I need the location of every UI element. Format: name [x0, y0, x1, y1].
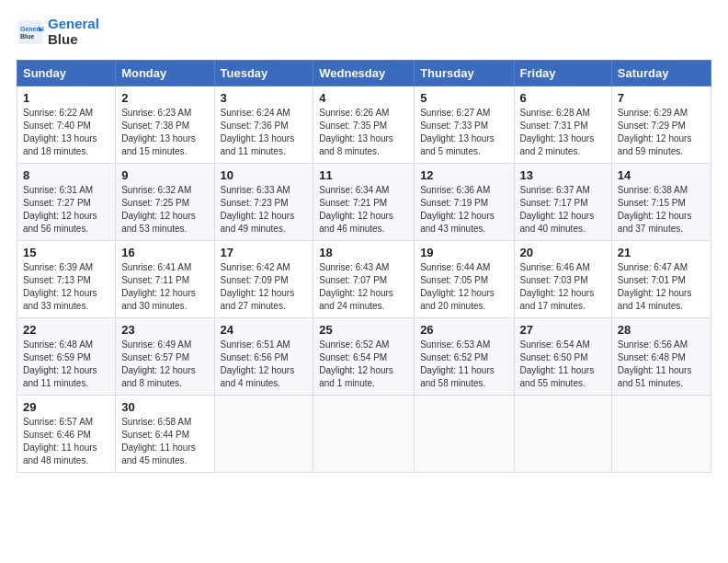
day-number: 25 — [319, 323, 408, 337]
day-info: Sunrise: 6:36 AMSunset: 7:19 PMDaylight:… — [420, 184, 507, 236]
calendar-cell: 10Sunrise: 6:33 AMSunset: 7:23 PMDayligh… — [214, 164, 313, 241]
day-info: Sunrise: 6:23 AMSunset: 7:38 PMDaylight:… — [121, 107, 208, 158]
day-number: 1 — [23, 91, 109, 105]
calendar-cell — [514, 396, 611, 473]
day-number: 11 — [319, 168, 408, 182]
day-number: 15 — [23, 246, 109, 259]
day-info: Sunrise: 6:27 AMSunset: 7:33 PMDaylight:… — [420, 107, 507, 158]
svg-text:Blue: Blue — [20, 33, 34, 40]
day-number: 20 — [520, 246, 606, 259]
calendar-cell: 21Sunrise: 6:47 AMSunset: 7:01 PMDayligh… — [611, 241, 711, 318]
day-number: 4 — [319, 91, 408, 105]
day-info: Sunrise: 6:29 AMSunset: 7:29 PMDaylight:… — [618, 107, 705, 158]
calendar-cell: 15Sunrise: 6:39 AMSunset: 7:13 PMDayligh… — [17, 241, 116, 318]
day-header-thursday: Thursday — [415, 61, 514, 86]
page: General Blue General Blue SundayMondayTu… — [0, 0, 728, 563]
day-number: 22 — [23, 323, 109, 337]
day-number: 27 — [520, 323, 606, 337]
day-header-wednesday: Wednesday — [313, 61, 415, 86]
day-info: Sunrise: 6:48 AMSunset: 6:59 PMDaylight:… — [23, 339, 109, 390]
day-info: Sunrise: 6:51 AMSunset: 6:56 PMDaylight:… — [221, 339, 308, 390]
calendar-cell: 3Sunrise: 6:24 AMSunset: 7:36 PMDaylight… — [214, 86, 313, 164]
calendar-week-row: 8Sunrise: 6:31 AMSunset: 7:27 PMDaylight… — [17, 164, 711, 241]
calendar-cell: 13Sunrise: 6:37 AMSunset: 7:17 PMDayligh… — [514, 164, 611, 241]
calendar-cell: 25Sunrise: 6:52 AMSunset: 6:54 PMDayligh… — [313, 318, 415, 396]
calendar-cell: 7Sunrise: 6:29 AMSunset: 7:29 PMDaylight… — [611, 86, 711, 164]
day-number: 21 — [618, 246, 705, 259]
day-number: 8 — [23, 168, 109, 182]
calendar-cell: 14Sunrise: 6:38 AMSunset: 7:15 PMDayligh… — [611, 164, 711, 241]
calendar-cell: 9Sunrise: 6:32 AMSunset: 7:25 PMDaylight… — [116, 164, 214, 241]
day-info: Sunrise: 6:54 AMSunset: 6:50 PMDaylight:… — [520, 339, 606, 390]
day-info: Sunrise: 6:37 AMSunset: 7:17 PMDaylight:… — [520, 184, 606, 236]
day-number: 28 — [618, 323, 705, 337]
calendar-cell: 5Sunrise: 6:27 AMSunset: 7:33 PMDaylight… — [415, 86, 514, 164]
day-number: 14 — [618, 168, 705, 182]
calendar-cell: 29Sunrise: 6:57 AMSunset: 6:46 PMDayligh… — [17, 396, 116, 473]
calendar-cell — [214, 396, 313, 473]
calendar-cell: 28Sunrise: 6:56 AMSunset: 6:48 PMDayligh… — [611, 318, 711, 396]
day-info: Sunrise: 6:38 AMSunset: 7:15 PMDaylight:… — [618, 184, 705, 236]
day-number: 9 — [121, 168, 208, 182]
calendar-cell: 30Sunrise: 6:58 AMSunset: 6:44 PMDayligh… — [116, 396, 214, 473]
calendar-header-row: SundayMondayTuesdayWednesdayThursdayFrid… — [17, 61, 711, 86]
day-number: 3 — [221, 91, 308, 105]
day-info: Sunrise: 6:33 AMSunset: 7:23 PMDaylight:… — [221, 184, 308, 236]
day-info: Sunrise: 6:34 AMSunset: 7:21 PMDaylight:… — [319, 184, 408, 236]
calendar-cell: 24Sunrise: 6:51 AMSunset: 6:56 PMDayligh… — [214, 318, 313, 396]
day-info: Sunrise: 6:41 AMSunset: 7:11 PMDaylight:… — [121, 261, 208, 313]
day-number: 26 — [420, 323, 507, 337]
day-info: Sunrise: 6:31 AMSunset: 7:27 PMDaylight:… — [23, 184, 109, 236]
calendar-cell: 8Sunrise: 6:31 AMSunset: 7:27 PMDaylight… — [17, 164, 116, 241]
calendar-cell: 18Sunrise: 6:43 AMSunset: 7:07 PMDayligh… — [313, 241, 415, 318]
calendar-cell: 11Sunrise: 6:34 AMSunset: 7:21 PMDayligh… — [313, 164, 415, 241]
day-info: Sunrise: 6:49 AMSunset: 6:57 PMDaylight:… — [121, 339, 208, 390]
day-number: 2 — [121, 91, 208, 105]
day-info: Sunrise: 6:22 AMSunset: 7:40 PMDaylight:… — [23, 107, 109, 158]
calendar-cell — [313, 396, 415, 473]
day-number: 29 — [23, 400, 109, 414]
day-number: 17 — [221, 246, 308, 259]
day-header-saturday: Saturday — [611, 61, 711, 86]
calendar-cell: 4Sunrise: 6:26 AMSunset: 7:35 PMDaylight… — [313, 86, 415, 164]
day-number: 30 — [121, 400, 208, 414]
day-number: 23 — [121, 323, 208, 337]
day-info: Sunrise: 6:32 AMSunset: 7:25 PMDaylight:… — [121, 184, 208, 236]
day-info: Sunrise: 6:28 AMSunset: 7:31 PMDaylight:… — [520, 107, 606, 158]
calendar-table: SundayMondayTuesdayWednesdayThursdayFrid… — [17, 60, 711, 473]
day-number: 13 — [520, 168, 606, 182]
calendar-cell — [415, 396, 514, 473]
day-info: Sunrise: 6:24 AMSunset: 7:36 PMDaylight:… — [221, 107, 308, 158]
calendar-cell: 1Sunrise: 6:22 AMSunset: 7:40 PMDaylight… — [17, 86, 116, 164]
day-info: Sunrise: 6:52 AMSunset: 6:54 PMDaylight:… — [319, 339, 408, 390]
calendar-week-row: 22Sunrise: 6:48 AMSunset: 6:59 PMDayligh… — [17, 318, 711, 396]
day-info: Sunrise: 6:57 AMSunset: 6:46 PMDaylight:… — [23, 416, 109, 467]
calendar-cell: 26Sunrise: 6:53 AMSunset: 6:52 PMDayligh… — [415, 318, 514, 396]
day-info: Sunrise: 6:58 AMSunset: 6:44 PMDaylight:… — [121, 416, 208, 467]
day-number: 10 — [221, 168, 308, 182]
day-info: Sunrise: 6:46 AMSunset: 7:03 PMDaylight:… — [520, 261, 606, 313]
day-info: Sunrise: 6:56 AMSunset: 6:48 PMDaylight:… — [618, 339, 705, 390]
calendar-week-row: 15Sunrise: 6:39 AMSunset: 7:13 PMDayligh… — [17, 241, 711, 318]
day-info: Sunrise: 6:39 AMSunset: 7:13 PMDaylight:… — [23, 261, 109, 313]
day-number: 24 — [221, 323, 308, 337]
calendar-cell: 23Sunrise: 6:49 AMSunset: 6:57 PMDayligh… — [116, 318, 214, 396]
logo: General Blue General Blue — [17, 17, 99, 47]
calendar-week-row: 1Sunrise: 6:22 AMSunset: 7:40 PMDaylight… — [17, 86, 711, 164]
svg-rect-0 — [18, 20, 42, 44]
calendar-cell: 6Sunrise: 6:28 AMSunset: 7:31 PMDaylight… — [514, 86, 611, 164]
calendar-cell: 27Sunrise: 6:54 AMSunset: 6:50 PMDayligh… — [514, 318, 611, 396]
day-number: 5 — [420, 91, 507, 105]
day-header-monday: Monday — [116, 61, 214, 86]
day-number: 19 — [420, 246, 507, 259]
calendar-cell: 20Sunrise: 6:46 AMSunset: 7:03 PMDayligh… — [514, 241, 611, 318]
day-info: Sunrise: 6:44 AMSunset: 7:05 PMDaylight:… — [420, 261, 507, 313]
day-number: 12 — [420, 168, 507, 182]
calendar-week-row: 29Sunrise: 6:57 AMSunset: 6:46 PMDayligh… — [17, 396, 711, 473]
calendar-cell — [611, 396, 711, 473]
calendar-cell: 12Sunrise: 6:36 AMSunset: 7:19 PMDayligh… — [415, 164, 514, 241]
day-number: 7 — [618, 91, 705, 105]
day-info: Sunrise: 6:26 AMSunset: 7:35 PMDaylight:… — [319, 107, 408, 158]
calendar-cell: 2Sunrise: 6:23 AMSunset: 7:38 PMDaylight… — [116, 86, 214, 164]
calendar-cell: 16Sunrise: 6:41 AMSunset: 7:11 PMDayligh… — [116, 241, 214, 318]
